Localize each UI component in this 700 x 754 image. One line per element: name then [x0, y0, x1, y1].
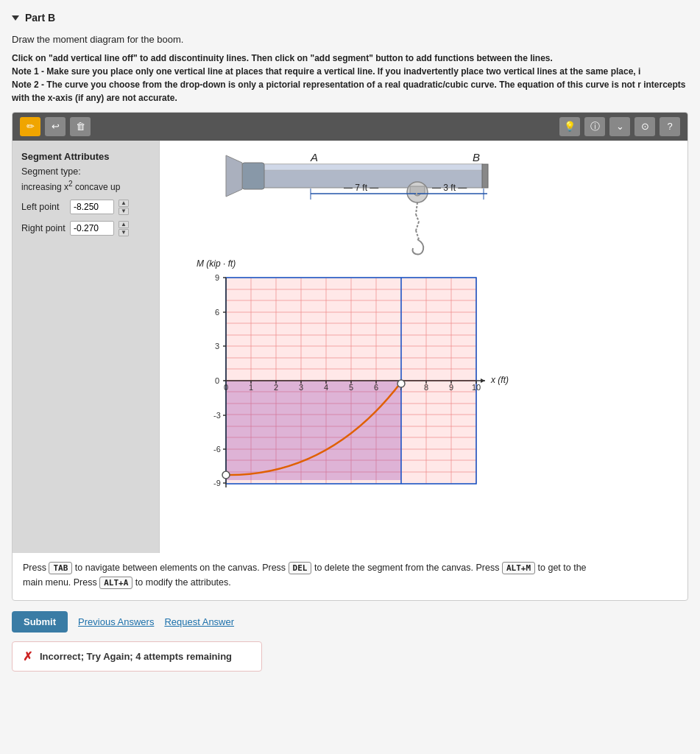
svg-text:0: 0 — [215, 376, 219, 385]
segment-type-value: increasing x2 concave up — [21, 180, 150, 192]
toolbar: ✏ ↩ 🗑 💡 ⓘ ⌄ ⊙ ? — [13, 113, 687, 141]
svg-text:— 7 ft —: — 7 ft — — [344, 183, 378, 193]
left-point-down-arrow[interactable]: ▼ — [119, 208, 129, 215]
svg-line-7 — [416, 202, 417, 214]
svg-text:8: 8 — [424, 383, 428, 392]
svg-text:2: 2 — [274, 383, 278, 392]
graph-svg[interactable]: 9 6 3 0 -3 -6 -9 0 1 — [197, 270, 513, 506]
part-label: Part B — [25, 12, 55, 24]
feedback-box: ✗ Incorrect; Try Again; 4 attempts remai… — [12, 641, 262, 672]
label-b: B — [473, 151, 480, 163]
del-key: DEL — [289, 562, 312, 574]
previous-answers-button[interactable]: Previous Answers — [78, 616, 154, 627]
right-point-input[interactable] — [70, 221, 114, 236]
svg-line-10 — [416, 230, 419, 239]
svg-text:5: 5 — [349, 383, 353, 392]
y-axis-label: M (kip · ft) — [197, 258, 513, 269]
segment-attributes-title: Segment Attributes — [21, 151, 150, 162]
part-header: Part B — [12, 12, 688, 24]
keyboard-hints: Press TAB to navigate between elements o… — [13, 553, 687, 600]
note1: Note 1 - Make sure you place only one ve… — [12, 65, 688, 78]
svg-rect-15 — [482, 164, 488, 188]
collapse-icon[interactable] — [12, 15, 19, 21]
submit-button[interactable]: Submit — [12, 611, 68, 633]
info-button[interactable]: ⓘ — [584, 117, 605, 136]
graph-wrapper: M (kip · ft) — [197, 258, 513, 506]
canvas-container: ✏ ↩ 🗑 💡 ⓘ ⌄ ⊙ ? Segment Attributes Segme… — [12, 112, 688, 601]
svg-text:-6: -6 — [213, 445, 221, 454]
x-axis-label-text: x (ft) — [490, 375, 509, 385]
right-point-down-arrow[interactable]: ▼ — [119, 229, 129, 236]
left-point-label: Left point — [21, 202, 66, 212]
svg-text:0: 0 — [224, 383, 228, 392]
svg-text:3: 3 — [215, 342, 219, 350]
left-point-spinner[interactable]: ▲ ▼ — [119, 200, 129, 215]
svg-point-87 — [222, 471, 230, 479]
svg-marker-51 — [481, 378, 485, 383]
toolbar-right: 💡 ⓘ ⌄ ⊙ ? — [559, 117, 680, 136]
svg-text:6: 6 — [374, 383, 378, 392]
feedback-message: Incorrect; Try Again; 4 attempts remaini… — [40, 651, 232, 662]
svg-rect-1 — [255, 164, 484, 170]
svg-rect-2 — [242, 163, 264, 189]
delete-button[interactable]: 🗑 — [70, 117, 91, 136]
svg-text:-9: -9 — [213, 479, 221, 487]
svg-text:-3: -3 — [213, 411, 221, 420]
svg-point-88 — [397, 380, 405, 387]
alta-key: ALT+A — [99, 577, 132, 589]
expand-button[interactable]: ⌄ — [609, 117, 630, 136]
svg-rect-6 — [410, 186, 425, 194]
main-area: Segment Attributes Segment type: increas… — [13, 141, 687, 553]
action-row: Submit Previous Answers Request Answer — [12, 611, 688, 633]
sidebar: Segment Attributes Segment type: increas… — [13, 141, 160, 553]
boom-svg: A B — [182, 148, 520, 266]
svg-text:1: 1 — [249, 383, 253, 392]
help-button[interactable]: ? — [660, 117, 680, 136]
right-point-spinner[interactable]: ▲ ▼ — [119, 221, 129, 236]
edit-button[interactable]: ✏ — [20, 117, 40, 136]
altm-key: ALT+M — [502, 562, 535, 574]
left-point-input[interactable] — [70, 200, 114, 214]
svg-text:9: 9 — [449, 383, 453, 392]
instructions-block: Draw the moment diagram for the boom. Cl… — [12, 32, 688, 105]
graph-area: A B — [160, 141, 687, 553]
toolbar-left: ✏ ↩ 🗑 — [20, 117, 91, 136]
svg-text:4: 4 — [324, 383, 328, 392]
right-point-up-arrow[interactable]: ▲ — [119, 221, 129, 228]
svg-marker-3 — [226, 155, 242, 197]
boom-diagram: A B — [182, 148, 520, 266]
svg-text:3: 3 — [299, 383, 303, 392]
note2: Note 2 - The curve you choose from the d… — [12, 78, 688, 105]
right-point-row: Right point ▲ ▼ — [21, 221, 150, 236]
svg-text:6: 6 — [215, 308, 219, 317]
request-answer-button[interactable]: Request Answer — [164, 616, 234, 627]
right-point-label: Right point — [21, 223, 66, 233]
left-point-row: Left point ▲ ▼ — [21, 200, 150, 215]
svg-text:— 3 ft —: — 3 ft — — [432, 183, 467, 193]
svg-line-9 — [416, 222, 419, 230]
zoom-button[interactable]: ⊙ — [634, 117, 655, 136]
svg-line-8 — [416, 214, 419, 222]
svg-text:9: 9 — [215, 273, 219, 282]
segment-type-label: Segment type: — [21, 166, 150, 177]
incorrect-icon: ✗ — [23, 649, 32, 663]
undo-button[interactable]: ↩ — [45, 117, 66, 136]
hint-button[interactable]: 💡 — [559, 117, 580, 136]
label-a: A — [310, 151, 318, 163]
left-point-up-arrow[interactable]: ▲ — [119, 200, 129, 207]
tab-key: TAB — [49, 562, 72, 574]
svg-text:10: 10 — [472, 383, 481, 392]
main-instruction: Draw the moment diagram for the boom. — [12, 32, 688, 47]
click-note: Click on "add vertical line off" to add … — [12, 52, 688, 65]
